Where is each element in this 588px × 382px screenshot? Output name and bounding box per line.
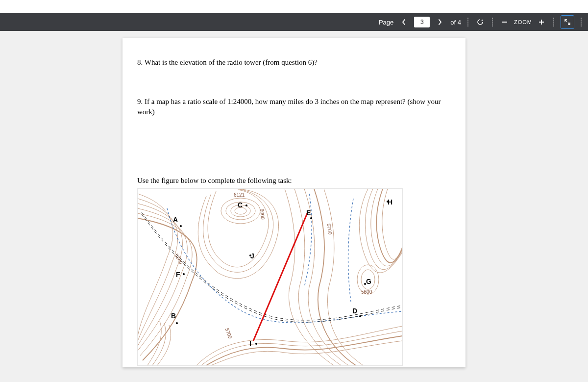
pdf-toolbar: Page of 4 ZOOM	[0, 13, 588, 31]
map-point-C: C	[238, 201, 243, 210]
map-dot	[245, 204, 247, 206]
map-point-A: A	[173, 215, 178, 225]
page-label: Page	[379, 19, 393, 26]
page-number-input[interactable]	[414, 17, 430, 27]
map-point-H: H	[388, 198, 392, 207]
map-point-F: F	[176, 270, 180, 280]
prev-page-button[interactable]	[398, 17, 409, 27]
figure-instruction: Use the figure below to complete the fol…	[137, 176, 451, 185]
map-dot	[364, 283, 366, 285]
map-point-G: G	[366, 277, 371, 286]
window-top-stripe	[0, 0, 588, 13]
map-point-E: E	[306, 208, 311, 218]
map-point-D: D	[352, 306, 357, 316]
svg-line-9	[253, 213, 307, 341]
elevation-6000: 6000	[259, 208, 266, 220]
elevation-6121: 6121	[234, 192, 245, 199]
svg-rect-2	[541, 20, 542, 25]
question-8: 8. What is the elevation of the radio to…	[137, 57, 451, 67]
svg-rect-0	[502, 22, 507, 23]
zoom-label: ZOOM	[514, 19, 532, 25]
elevation-5600: 5600	[361, 289, 372, 296]
fullscreen-toggle-button[interactable]	[561, 15, 574, 29]
question-9: 9. If a map has a ratio scale of 1:24000…	[137, 97, 451, 117]
reload-button[interactable]	[475, 17, 486, 27]
document-viewer[interactable]: 8. What is the elevation of the radio to…	[0, 31, 588, 382]
zoom-controls: ZOOM	[499, 17, 547, 27]
map-dot	[359, 315, 361, 317]
map-dot	[249, 255, 251, 256]
map-dot	[180, 225, 182, 227]
zoom-out-button[interactable]	[499, 17, 510, 27]
map-dot	[255, 343, 257, 345]
map-dot	[176, 322, 178, 324]
separator	[553, 17, 555, 27]
topographic-map-figure: A B C D E F G H I J 6121 5800 6000	[137, 188, 403, 366]
map-dot	[387, 201, 389, 203]
zoom-in-button[interactable]	[536, 17, 547, 27]
total-pages-label: of 4	[450, 19, 461, 26]
next-page-button[interactable]	[435, 17, 445, 27]
map-dot	[310, 217, 312, 219]
map-point-I: I	[249, 339, 251, 348]
map-point-B: B	[171, 311, 176, 321]
map-dot	[183, 273, 185, 275]
separator	[580, 17, 582, 27]
separator	[491, 17, 493, 27]
separator	[467, 17, 469, 27]
document-page: 8. What is the elevation of the radio to…	[122, 38, 466, 367]
